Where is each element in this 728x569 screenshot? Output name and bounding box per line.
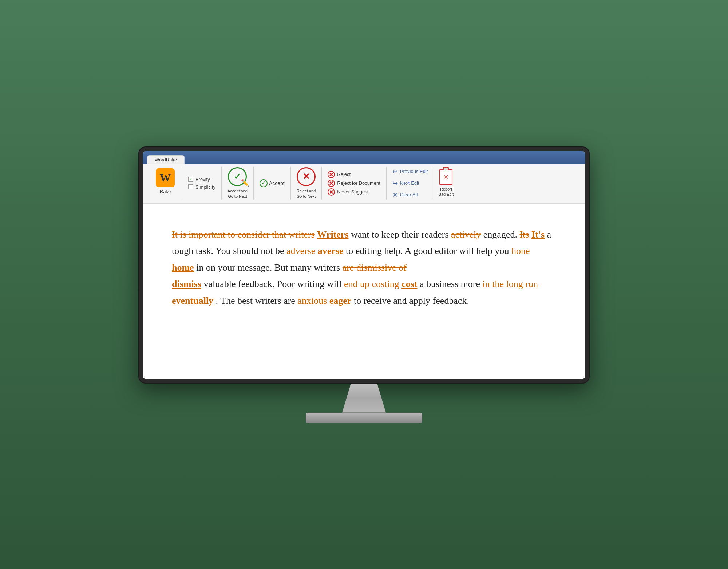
stand-neck (342, 384, 386, 413)
reject-options-section: Reject Reject for Document (322, 167, 387, 200)
simplicity-label: Simplicity (195, 184, 215, 190)
logo-label: Rake (160, 189, 171, 194)
text-8: a business more (420, 279, 483, 289)
replacement-text-2: It's (531, 229, 545, 240)
accept-small-label: Accept (269, 180, 285, 186)
reject-go-next-button[interactable]: Reject and Go to Next (297, 167, 316, 199)
text-9: . The best writers are (216, 295, 298, 306)
monitor-stand (306, 384, 422, 423)
monitor-screen: WordRake W Rake ✓ Brevity (138, 146, 590, 384)
app-tab[interactable]: WordRake (147, 155, 185, 164)
replacement-text-4: home (172, 262, 194, 273)
reject-doc-x-icon (328, 180, 335, 187)
clear-all-icon: ✕ (392, 191, 398, 199)
accept-small-icon: ✓ (260, 179, 268, 187)
text-2: want to keep their readers (351, 229, 451, 240)
nav-section: ↩ Previous Edit ↪ Next Edit ✕ Clear All (387, 167, 434, 200)
brevity-checkbox[interactable]: ✓ (188, 177, 193, 182)
struck-text-8: in the long run (483, 279, 538, 289)
report-clipboard-icon: ✳ (438, 167, 454, 185)
struck-text-9: anxious (297, 295, 327, 306)
never-suggest-icon (328, 188, 335, 196)
logo-w-letter: W (160, 172, 171, 184)
reject-go-next-label: Reject and Go to Next (297, 188, 316, 199)
struck-text-6: are dismissive of (343, 262, 407, 273)
reject-x-icon (328, 171, 335, 178)
report-section: ✳ Report Bad Edit (434, 167, 458, 200)
brevity-label: Brevity (195, 177, 210, 182)
next-edit-button[interactable]: ↪ Next Edit (391, 178, 430, 188)
struck-text-4: adverse (286, 246, 315, 256)
reject-doc-label: Reject for Document (337, 180, 380, 186)
stand-base (306, 413, 422, 423)
document-paragraph: It is important to consider that writers… (172, 226, 556, 309)
simplicity-checkbox-item[interactable]: Simplicity (188, 184, 215, 190)
simplicity-checkbox[interactable] (188, 184, 193, 189)
struck-text-3: Its (519, 229, 529, 240)
monitor-wrapper: WordRake W Rake ✓ Brevity (138, 146, 590, 423)
struck-text-5: hone (511, 246, 530, 256)
clear-all-label: Clear All (400, 192, 418, 197)
brevity-checkbox-item[interactable]: ✓ Brevity (188, 177, 215, 182)
previous-edit-button[interactable]: ↩ Previous Edit (391, 167, 430, 176)
accept-pen-icon: ✏️ (241, 179, 249, 187)
next-edit-label: Next Edit (400, 180, 419, 186)
reject-label: Reject (337, 172, 351, 177)
replacement-text-5: dismiss (172, 279, 201, 289)
replacement-text-3: averse (318, 246, 344, 256)
reject-go-next-section: Reject and Go to Next (291, 167, 322, 200)
wordrake-logo-icon: W (156, 168, 175, 187)
next-arrow-icon: ↪ (392, 179, 398, 187)
text-3: engaged. (483, 229, 520, 240)
screen-inner: WordRake W Rake ✓ Brevity (143, 151, 585, 379)
text-5: to editing help. A good editor will help… (346, 246, 511, 256)
never-suggest-button[interactable]: Never Suggest (328, 188, 380, 196)
accept-go-next-section: ✏️ Accept and Go to Next (222, 167, 254, 200)
checkboxes-section: ✓ Brevity Simplicity (182, 167, 222, 200)
accept-button[interactable]: ✓ Accept (260, 179, 285, 187)
struck-text-1: It is important to consider that writers (172, 229, 315, 240)
never-suggest-label: Never Suggest (337, 189, 368, 195)
ribbon: W Rake ✓ Brevity Simplicity (143, 164, 585, 203)
text-6: in on your message. But many writers (196, 262, 343, 273)
text-10: to receive and apply feedback. (354, 295, 469, 306)
accept-go-next-button[interactable]: ✏️ Accept and Go to Next (228, 167, 248, 199)
document-area: It is important to consider that writers… (143, 204, 585, 379)
text-7: valuable feedback. Poor writing will (203, 279, 344, 289)
prev-arrow-icon: ↩ (392, 168, 398, 176)
title-bar: WordRake (143, 151, 585, 164)
struck-text-2: actively (451, 229, 481, 240)
accept-section: ✓ Accept (254, 167, 291, 200)
report-bad-edit-label: Report Bad Edit (439, 187, 454, 197)
replacement-text-6: cost (401, 279, 417, 289)
reject-group: Reject Reject for Document (328, 171, 380, 196)
replacement-text-1: Writers (317, 229, 348, 240)
replacement-text-8: eager (329, 295, 352, 306)
reject-go-next-icon (297, 167, 316, 186)
clear-all-button[interactable]: ✕ Clear All (391, 190, 430, 200)
reject-button[interactable]: Reject (328, 171, 380, 178)
reject-for-document-button[interactable]: Reject for Document (328, 180, 380, 187)
logo-section: W Rake (149, 167, 182, 200)
report-bad-edit-button[interactable]: ✳ Report Bad Edit (438, 167, 454, 197)
previous-edit-label: Previous Edit (400, 169, 428, 174)
app-tab-label: WordRake (155, 157, 177, 162)
accept-go-next-label: Accept and Go to Next (228, 188, 248, 199)
replacement-text-7: eventually (172, 295, 213, 306)
struck-text-7: end up costing (344, 279, 399, 289)
